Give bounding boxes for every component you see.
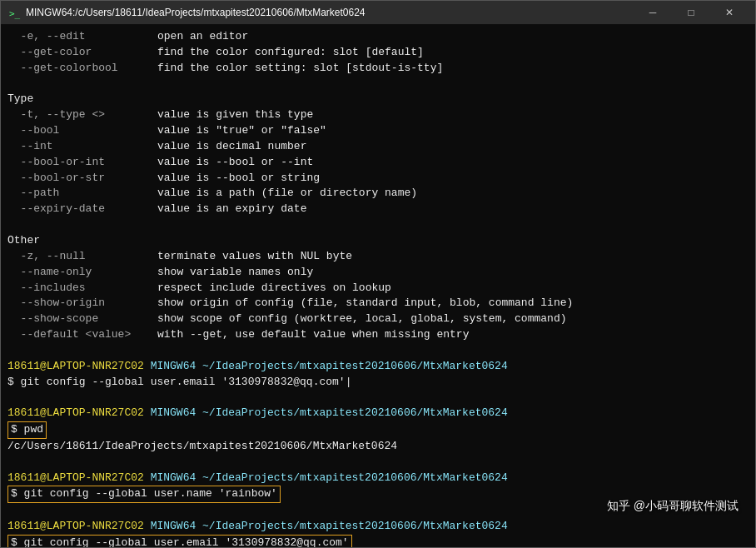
desc-null: terminate values with NUL byte xyxy=(157,249,352,265)
opt-includes: --includes xyxy=(7,281,157,296)
opt-null: -z, --null xyxy=(7,249,157,265)
section-other: Other xyxy=(7,233,749,249)
line-show-origin: --show-origin show origin of config (fil… xyxy=(7,296,749,311)
desc-show-origin: show origin of config (file, standard in… xyxy=(157,296,573,311)
desc-bool: value is "true" or "false" xyxy=(157,123,326,139)
cmd-username: $ git config --global user.name 'rainbow… xyxy=(7,486,749,503)
prompt-path-1: MINGW64 ~/IdeaProjects/mtxapitest2021060… xyxy=(151,359,508,375)
cmd-username-boxed: $ git config --global user.name 'rainbow… xyxy=(7,486,281,503)
section-other-label: Other xyxy=(7,233,40,249)
output-pwd: /c/Users/18611/IdeaProjects/mtxapitest20… xyxy=(7,439,749,455)
prompt-user-4: 18611@LAPTOP-NNR27C02 xyxy=(7,519,151,535)
line-default: --default <value> with --get, use defaul… xyxy=(7,327,749,343)
output-pwd-text: /c/Users/18611/IdeaProjects/mtxapitest20… xyxy=(7,439,397,455)
cmd-email-1: $ git config --global user.email '313097… xyxy=(7,375,749,391)
cmd-email-1-text: $ git config --global user.email '313097… xyxy=(7,375,351,391)
desc-bool-or-int: value is --bool or --int xyxy=(157,155,313,171)
line-bool: --bool value is "true" or "false" xyxy=(7,123,749,139)
prompt-path-2: MINGW64 ~/IdeaProjects/mtxapitest2021060… xyxy=(151,406,508,421)
prompt-3: 18611@LAPTOP-NNR27C02 MINGW64 ~/IdeaProj… xyxy=(7,471,749,486)
section-type: Type xyxy=(7,92,749,107)
opt-bool-or-str: --bool-or-str xyxy=(7,171,157,187)
opt-name-only: --name-only xyxy=(7,265,157,281)
opt-edit: -e, --edit xyxy=(7,29,157,45)
prompt-path-4: MINGW64 ~/IdeaProjects/mtxapitest2021060… xyxy=(151,519,508,535)
opt-bool: --bool xyxy=(7,123,157,139)
desc-get-color: find the color configured: slot [default… xyxy=(157,45,424,61)
desc-edit: open an editor xyxy=(157,29,248,45)
desc-expiry: value is an expiry date xyxy=(157,202,306,217)
cmd-pwd: $ pwd xyxy=(7,421,749,439)
opt-show-scope: --show-scope xyxy=(7,311,157,327)
desc-int: value is decimal number xyxy=(157,139,306,155)
line-type: -t, --type <> value is given this type xyxy=(7,107,749,123)
line-int: --int value is decimal number xyxy=(7,139,749,155)
maximize-button[interactable]: □ xyxy=(672,1,710,24)
window-title: MINGW64:/c/Users/18611/IdeaProjects/mtxa… xyxy=(26,7,634,18)
line-includes: --includes respect include directives on… xyxy=(7,281,749,296)
terminal-body[interactable]: -e, --edit open an editor --get-color fi… xyxy=(1,24,755,547)
minimize-button[interactable]: ─ xyxy=(634,1,672,24)
line-null: -z, --null terminate values with NUL byt… xyxy=(7,249,749,265)
opt-get-color: --get-color xyxy=(7,45,157,61)
prompt-2: 18611@LAPTOP-NNR27C02 MINGW64 ~/IdeaProj… xyxy=(7,406,749,421)
opt-bool-or-int: --bool-or-int xyxy=(7,155,157,171)
desc-path: value is a path (file or directory name) xyxy=(157,186,417,202)
line-bool-or-int: --bool-or-int value is --bool or --int xyxy=(7,155,749,171)
opt-int: --int xyxy=(7,139,157,155)
window-controls: ─ □ ✕ xyxy=(634,1,749,24)
desc-show-scope: show scope of config (worktree, local, g… xyxy=(157,311,566,327)
desc-get-colorbool: find the color setting: slot [stdout-is-… xyxy=(157,61,443,77)
desc-bool-or-str: value is --bool or string xyxy=(157,171,320,187)
opt-type: -t, --type <> xyxy=(7,107,157,123)
terminal-icon: >_ xyxy=(7,6,21,19)
line-name-only: --name-only show variable names only xyxy=(7,265,749,281)
line-get-colorbool: --get-colorbool find the color setting: … xyxy=(7,61,749,77)
line-expiry: --expiry-date value is an expiry date xyxy=(7,202,749,217)
opt-path: --path xyxy=(7,186,157,202)
close-button[interactable]: ✕ xyxy=(710,1,749,24)
desc-name-only: show variable names only xyxy=(157,265,313,281)
svg-text:>_: >_ xyxy=(9,8,21,19)
cmd-email-2-boxed: $ git config --global user.email '313097… xyxy=(7,535,352,547)
opt-expiry: --expiry-date xyxy=(7,202,157,217)
cmd-email-2: $ git config --global user.email '313097… xyxy=(7,535,749,547)
blank5 xyxy=(7,455,749,471)
desc-default: with --get, use default value when missi… xyxy=(157,327,469,343)
prompt-4: 18611@LAPTOP-NNR27C02 MINGW64 ~/IdeaProj… xyxy=(7,519,749,535)
blank6 xyxy=(7,503,749,519)
blank4 xyxy=(7,390,749,406)
blank3 xyxy=(7,343,749,359)
terminal-wrapper: -e, --edit open an editor --get-color fi… xyxy=(1,24,755,547)
prompt-path-3: MINGW64 ~/IdeaProjects/mtxapitest2021060… xyxy=(151,471,508,486)
opt-show-origin: --show-origin xyxy=(7,296,157,311)
line-get-color: --get-color find the color configured: s… xyxy=(7,45,749,61)
line-bool-or-str: --bool-or-str value is --bool or string xyxy=(7,171,749,187)
line-edit: -e, --edit open an editor xyxy=(7,29,749,45)
cmd-pwd-boxed: $ pwd xyxy=(7,421,47,439)
line-show-scope: --show-scope show scope of config (workt… xyxy=(7,311,749,327)
terminal-window: >_ MINGW64:/c/Users/18611/IdeaProjects/m… xyxy=(0,0,756,548)
blank1 xyxy=(7,77,749,92)
line-path: --path value is a path (file or director… xyxy=(7,186,749,202)
prompt-1: 18611@LAPTOP-NNR27C02 MINGW64 ~/IdeaProj… xyxy=(7,359,749,375)
desc-type: value is given this type xyxy=(157,107,313,123)
blank2 xyxy=(7,217,749,233)
opt-default: --default <value> xyxy=(7,327,157,343)
prompt-user-2: 18611@LAPTOP-NNR27C02 xyxy=(7,406,151,421)
titlebar: >_ MINGW64:/c/Users/18611/IdeaProjects/m… xyxy=(1,1,755,24)
prompt-user-1: 18611@LAPTOP-NNR27C02 xyxy=(7,359,151,375)
opt-get-colorbool: --get-colorbool xyxy=(7,61,157,77)
desc-includes: respect include directives on lookup xyxy=(157,281,391,296)
section-type-label: Type xyxy=(7,92,33,107)
prompt-user-3: 18611@LAPTOP-NNR27C02 xyxy=(7,471,151,486)
